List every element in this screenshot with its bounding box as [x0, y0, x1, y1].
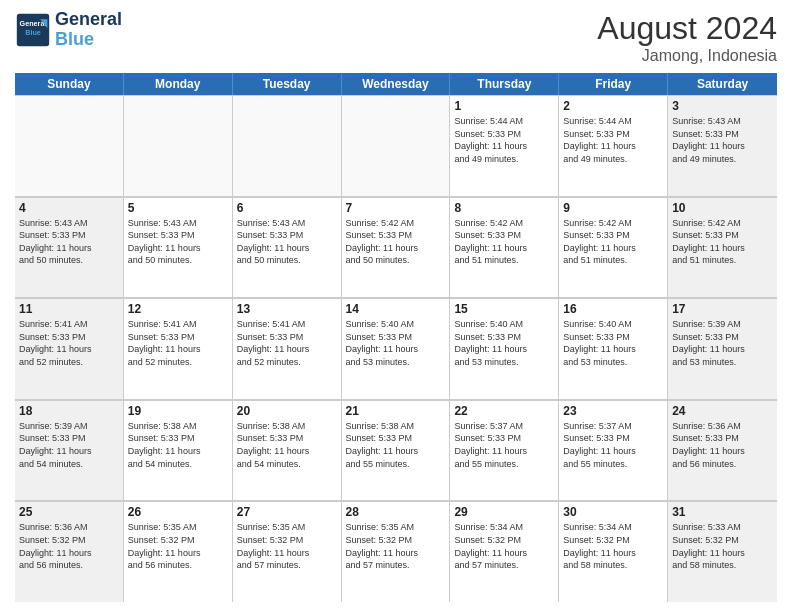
day-info: Sunrise: 5:40 AM Sunset: 5:33 PM Dayligh… [346, 318, 446, 368]
week-row-4: 25Sunrise: 5:36 AM Sunset: 5:32 PM Dayli… [15, 501, 777, 602]
day-cell-3: 3Sunrise: 5:43 AM Sunset: 5:33 PM Daylig… [668, 95, 777, 196]
header-day-sunday: Sunday [15, 73, 124, 95]
day-number: 25 [19, 505, 119, 519]
day-number: 19 [128, 404, 228, 418]
day-cell-23: 23Sunrise: 5:37 AM Sunset: 5:33 PM Dayli… [559, 400, 668, 501]
empty-cell [15, 95, 124, 196]
empty-cell [342, 95, 451, 196]
calendar-page: General Blue General Blue August 2024 Ja… [0, 0, 792, 612]
day-info: Sunrise: 5:42 AM Sunset: 5:33 PM Dayligh… [346, 217, 446, 267]
day-number: 24 [672, 404, 773, 418]
day-number: 28 [346, 505, 446, 519]
day-cell-31: 31Sunrise: 5:33 AM Sunset: 5:32 PM Dayli… [668, 501, 777, 602]
day-cell-24: 24Sunrise: 5:36 AM Sunset: 5:33 PM Dayli… [668, 400, 777, 501]
day-cell-4: 4Sunrise: 5:43 AM Sunset: 5:33 PM Daylig… [15, 197, 124, 298]
day-number: 27 [237, 505, 337, 519]
day-cell-17: 17Sunrise: 5:39 AM Sunset: 5:33 PM Dayli… [668, 298, 777, 399]
day-cell-11: 11Sunrise: 5:41 AM Sunset: 5:33 PM Dayli… [15, 298, 124, 399]
day-number: 31 [672, 505, 773, 519]
empty-cell [233, 95, 342, 196]
day-cell-16: 16Sunrise: 5:40 AM Sunset: 5:33 PM Dayli… [559, 298, 668, 399]
week-row-1: 4Sunrise: 5:43 AM Sunset: 5:33 PM Daylig… [15, 197, 777, 299]
day-info: Sunrise: 5:34 AM Sunset: 5:32 PM Dayligh… [563, 521, 663, 571]
day-cell-26: 26Sunrise: 5:35 AM Sunset: 5:32 PM Dayli… [124, 501, 233, 602]
week-row-0: 1Sunrise: 5:44 AM Sunset: 5:33 PM Daylig… [15, 95, 777, 197]
calendar-header: SundayMondayTuesdayWednesdayThursdayFrid… [15, 73, 777, 95]
header-day-tuesday: Tuesday [233, 73, 342, 95]
day-number: 9 [563, 201, 663, 215]
day-number: 22 [454, 404, 554, 418]
day-info: Sunrise: 5:37 AM Sunset: 5:33 PM Dayligh… [454, 420, 554, 470]
day-cell-28: 28Sunrise: 5:35 AM Sunset: 5:32 PM Dayli… [342, 501, 451, 602]
day-number: 4 [19, 201, 119, 215]
day-info: Sunrise: 5:43 AM Sunset: 5:33 PM Dayligh… [672, 115, 773, 165]
day-info: Sunrise: 5:44 AM Sunset: 5:33 PM Dayligh… [454, 115, 554, 165]
logo: General Blue General Blue [15, 10, 122, 50]
header-day-thursday: Thursday [450, 73, 559, 95]
day-cell-20: 20Sunrise: 5:38 AM Sunset: 5:33 PM Dayli… [233, 400, 342, 501]
day-cell-27: 27Sunrise: 5:35 AM Sunset: 5:32 PM Dayli… [233, 501, 342, 602]
header-day-saturday: Saturday [668, 73, 777, 95]
logo-icon: General Blue [15, 12, 51, 48]
day-number: 14 [346, 302, 446, 316]
day-info: Sunrise: 5:36 AM Sunset: 5:33 PM Dayligh… [672, 420, 773, 470]
day-cell-7: 7Sunrise: 5:42 AM Sunset: 5:33 PM Daylig… [342, 197, 451, 298]
day-cell-25: 25Sunrise: 5:36 AM Sunset: 5:32 PM Dayli… [15, 501, 124, 602]
day-info: Sunrise: 5:38 AM Sunset: 5:33 PM Dayligh… [128, 420, 228, 470]
day-info: Sunrise: 5:42 AM Sunset: 5:33 PM Dayligh… [672, 217, 773, 267]
day-number: 21 [346, 404, 446, 418]
location: Jamong, Indonesia [597, 47, 777, 65]
logo-text-line2: Blue [55, 30, 122, 50]
day-number: 1 [454, 99, 554, 113]
day-cell-13: 13Sunrise: 5:41 AM Sunset: 5:33 PM Dayli… [233, 298, 342, 399]
week-row-3: 18Sunrise: 5:39 AM Sunset: 5:33 PM Dayli… [15, 400, 777, 502]
day-info: Sunrise: 5:43 AM Sunset: 5:33 PM Dayligh… [128, 217, 228, 267]
day-number: 23 [563, 404, 663, 418]
day-number: 29 [454, 505, 554, 519]
day-number: 6 [237, 201, 337, 215]
day-cell-6: 6Sunrise: 5:43 AM Sunset: 5:33 PM Daylig… [233, 197, 342, 298]
day-info: Sunrise: 5:42 AM Sunset: 5:33 PM Dayligh… [563, 217, 663, 267]
day-cell-14: 14Sunrise: 5:40 AM Sunset: 5:33 PM Dayli… [342, 298, 451, 399]
day-cell-19: 19Sunrise: 5:38 AM Sunset: 5:33 PM Dayli… [124, 400, 233, 501]
empty-cell [124, 95, 233, 196]
title-block: August 2024 Jamong, Indonesia [597, 10, 777, 65]
header-day-wednesday: Wednesday [342, 73, 451, 95]
day-info: Sunrise: 5:34 AM Sunset: 5:32 PM Dayligh… [454, 521, 554, 571]
day-number: 30 [563, 505, 663, 519]
calendar-body: 1Sunrise: 5:44 AM Sunset: 5:33 PM Daylig… [15, 95, 777, 602]
day-info: Sunrise: 5:37 AM Sunset: 5:33 PM Dayligh… [563, 420, 663, 470]
day-number: 17 [672, 302, 773, 316]
day-number: 5 [128, 201, 228, 215]
svg-text:Blue: Blue [25, 28, 41, 37]
day-info: Sunrise: 5:35 AM Sunset: 5:32 PM Dayligh… [128, 521, 228, 571]
day-cell-8: 8Sunrise: 5:42 AM Sunset: 5:33 PM Daylig… [450, 197, 559, 298]
week-row-2: 11Sunrise: 5:41 AM Sunset: 5:33 PM Dayli… [15, 298, 777, 400]
logo-text-line1: General [55, 10, 122, 30]
day-info: Sunrise: 5:42 AM Sunset: 5:33 PM Dayligh… [454, 217, 554, 267]
day-cell-12: 12Sunrise: 5:41 AM Sunset: 5:33 PM Dayli… [124, 298, 233, 399]
day-info: Sunrise: 5:41 AM Sunset: 5:33 PM Dayligh… [128, 318, 228, 368]
day-number: 15 [454, 302, 554, 316]
day-cell-10: 10Sunrise: 5:42 AM Sunset: 5:33 PM Dayli… [668, 197, 777, 298]
day-number: 26 [128, 505, 228, 519]
day-cell-30: 30Sunrise: 5:34 AM Sunset: 5:32 PM Dayli… [559, 501, 668, 602]
day-info: Sunrise: 5:43 AM Sunset: 5:33 PM Dayligh… [19, 217, 119, 267]
day-info: Sunrise: 5:33 AM Sunset: 5:32 PM Dayligh… [672, 521, 773, 571]
day-cell-29: 29Sunrise: 5:34 AM Sunset: 5:32 PM Dayli… [450, 501, 559, 602]
day-number: 20 [237, 404, 337, 418]
day-cell-15: 15Sunrise: 5:40 AM Sunset: 5:33 PM Dayli… [450, 298, 559, 399]
page-header: General Blue General Blue August 2024 Ja… [15, 10, 777, 65]
day-info: Sunrise: 5:41 AM Sunset: 5:33 PM Dayligh… [237, 318, 337, 368]
day-cell-9: 9Sunrise: 5:42 AM Sunset: 5:33 PM Daylig… [559, 197, 668, 298]
day-number: 8 [454, 201, 554, 215]
day-number: 12 [128, 302, 228, 316]
day-info: Sunrise: 5:38 AM Sunset: 5:33 PM Dayligh… [346, 420, 446, 470]
header-day-monday: Monday [124, 73, 233, 95]
month-title: August 2024 [597, 10, 777, 47]
day-info: Sunrise: 5:41 AM Sunset: 5:33 PM Dayligh… [19, 318, 119, 368]
day-cell-1: 1Sunrise: 5:44 AM Sunset: 5:33 PM Daylig… [450, 95, 559, 196]
day-cell-2: 2Sunrise: 5:44 AM Sunset: 5:33 PM Daylig… [559, 95, 668, 196]
day-cell-5: 5Sunrise: 5:43 AM Sunset: 5:33 PM Daylig… [124, 197, 233, 298]
day-number: 11 [19, 302, 119, 316]
